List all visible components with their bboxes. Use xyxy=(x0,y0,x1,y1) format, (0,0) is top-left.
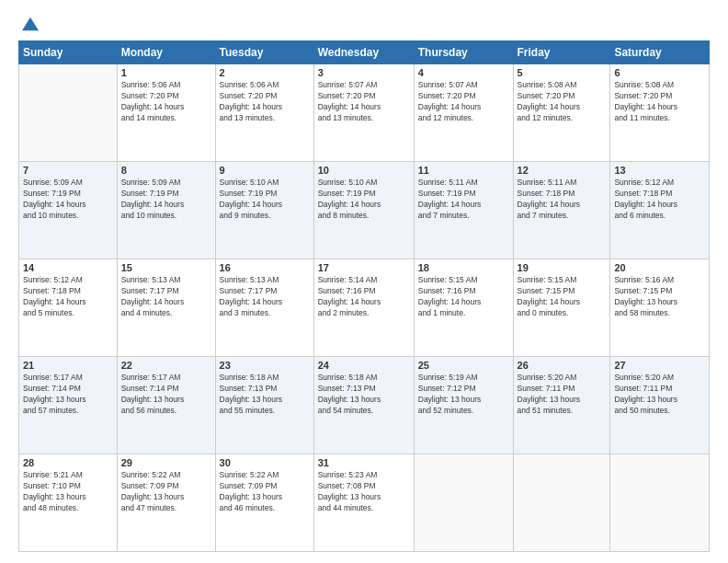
day-cell: 11Sunrise: 5:11 AM Sunset: 7:19 PM Dayli… xyxy=(414,162,513,259)
day-cell: 28Sunrise: 5:21 AM Sunset: 7:10 PM Dayli… xyxy=(19,454,118,552)
header-cell-monday: Monday xyxy=(117,41,215,64)
day-info: Sunrise: 5:12 AM Sunset: 7:18 PM Dayligh… xyxy=(614,178,705,222)
day-info: Sunrise: 5:09 AM Sunset: 7:19 PM Dayligh… xyxy=(23,178,113,222)
day-number: 17 xyxy=(318,262,410,273)
logo xyxy=(18,17,39,31)
day-number: 12 xyxy=(518,165,607,176)
day-number: 26 xyxy=(518,360,607,371)
calendar-header: SundayMondayTuesdayWednesdayThursdayFrid… xyxy=(19,41,710,64)
day-info: Sunrise: 5:22 AM Sunset: 7:09 PM Dayligh… xyxy=(121,470,211,514)
day-number: 22 xyxy=(121,360,211,371)
day-cell: 19Sunrise: 5:15 AM Sunset: 7:15 PM Dayli… xyxy=(513,259,610,357)
day-cell: 6Sunrise: 5:08 AM Sunset: 7:20 PM Daylig… xyxy=(610,64,710,162)
header-cell-thursday: Thursday xyxy=(414,41,513,64)
day-number: 9 xyxy=(220,165,310,176)
day-info: Sunrise: 5:07 AM Sunset: 7:20 PM Dayligh… xyxy=(318,80,410,124)
day-number: 7 xyxy=(23,165,113,176)
week-row-1: 1Sunrise: 5:06 AM Sunset: 7:20 PM Daylig… xyxy=(19,64,710,162)
logo-icon xyxy=(22,17,39,31)
week-row-2: 7Sunrise: 5:09 AM Sunset: 7:19 PM Daylig… xyxy=(19,162,710,259)
day-info: Sunrise: 5:11 AM Sunset: 7:18 PM Dayligh… xyxy=(518,178,607,222)
day-cell: 10Sunrise: 5:10 AM Sunset: 7:19 PM Dayli… xyxy=(313,162,414,259)
day-cell: 31Sunrise: 5:23 AM Sunset: 7:08 PM Dayli… xyxy=(313,454,414,552)
day-info: Sunrise: 5:17 AM Sunset: 7:14 PM Dayligh… xyxy=(121,373,211,417)
day-cell: 18Sunrise: 5:15 AM Sunset: 7:16 PM Dayli… xyxy=(414,259,513,357)
day-info: Sunrise: 5:15 AM Sunset: 7:15 PM Dayligh… xyxy=(518,275,607,319)
day-number: 1 xyxy=(121,67,211,78)
day-cell: 8Sunrise: 5:09 AM Sunset: 7:19 PM Daylig… xyxy=(117,162,215,259)
page: SundayMondayTuesdayWednesdayThursdayFrid… xyxy=(0,0,728,563)
day-cell xyxy=(513,454,610,552)
day-info: Sunrise: 5:07 AM Sunset: 7:20 PM Dayligh… xyxy=(418,80,509,124)
day-cell: 21Sunrise: 5:17 AM Sunset: 7:14 PM Dayli… xyxy=(19,357,118,454)
day-cell: 24Sunrise: 5:18 AM Sunset: 7:13 PM Dayli… xyxy=(313,357,414,454)
day-cell: 13Sunrise: 5:12 AM Sunset: 7:18 PM Dayli… xyxy=(610,162,710,259)
day-number: 18 xyxy=(418,262,509,273)
day-number: 31 xyxy=(318,457,410,468)
day-cell: 30Sunrise: 5:22 AM Sunset: 7:09 PM Dayli… xyxy=(215,454,313,552)
week-row-4: 21Sunrise: 5:17 AM Sunset: 7:14 PM Dayli… xyxy=(19,357,710,454)
day-cell: 17Sunrise: 5:14 AM Sunset: 7:16 PM Dayli… xyxy=(313,259,414,357)
day-info: Sunrise: 5:11 AM Sunset: 7:19 PM Dayligh… xyxy=(418,178,509,222)
day-info: Sunrise: 5:09 AM Sunset: 7:19 PM Dayligh… xyxy=(121,178,211,222)
calendar-body: 1Sunrise: 5:06 AM Sunset: 7:20 PM Daylig… xyxy=(19,64,710,552)
day-number: 28 xyxy=(23,457,113,468)
header-cell-saturday: Saturday xyxy=(610,41,710,64)
day-number: 3 xyxy=(318,67,410,78)
svg-marker-0 xyxy=(22,17,39,30)
day-number: 30 xyxy=(220,457,310,468)
day-number: 16 xyxy=(220,262,310,273)
day-number: 21 xyxy=(23,360,113,371)
week-row-3: 14Sunrise: 5:12 AM Sunset: 7:18 PM Dayli… xyxy=(19,259,710,357)
day-cell: 23Sunrise: 5:18 AM Sunset: 7:13 PM Dayli… xyxy=(215,357,313,454)
day-number: 4 xyxy=(418,67,509,78)
header-cell-sunday: Sunday xyxy=(19,41,118,64)
day-number: 8 xyxy=(121,165,211,176)
day-cell: 22Sunrise: 5:17 AM Sunset: 7:14 PM Dayli… xyxy=(117,357,215,454)
day-cell: 12Sunrise: 5:11 AM Sunset: 7:18 PM Dayli… xyxy=(513,162,610,259)
day-number: 6 xyxy=(614,67,705,78)
day-cell: 3Sunrise: 5:07 AM Sunset: 7:20 PM Daylig… xyxy=(313,64,414,162)
day-info: Sunrise: 5:13 AM Sunset: 7:17 PM Dayligh… xyxy=(220,275,310,319)
day-cell: 26Sunrise: 5:20 AM Sunset: 7:11 PM Dayli… xyxy=(513,357,610,454)
day-cell: 20Sunrise: 5:16 AM Sunset: 7:15 PM Dayli… xyxy=(610,259,710,357)
week-row-5: 28Sunrise: 5:21 AM Sunset: 7:10 PM Dayli… xyxy=(19,454,710,552)
day-cell: 15Sunrise: 5:13 AM Sunset: 7:17 PM Dayli… xyxy=(117,259,215,357)
day-cell: 29Sunrise: 5:22 AM Sunset: 7:09 PM Dayli… xyxy=(117,454,215,552)
day-cell: 14Sunrise: 5:12 AM Sunset: 7:18 PM Dayli… xyxy=(19,259,118,357)
day-number: 27 xyxy=(614,360,705,371)
day-info: Sunrise: 5:22 AM Sunset: 7:09 PM Dayligh… xyxy=(220,470,310,514)
day-number: 2 xyxy=(220,67,310,78)
day-cell: 27Sunrise: 5:20 AM Sunset: 7:11 PM Dayli… xyxy=(610,357,710,454)
day-number: 5 xyxy=(518,67,607,78)
day-info: Sunrise: 5:17 AM Sunset: 7:14 PM Dayligh… xyxy=(23,373,113,417)
day-info: Sunrise: 5:14 AM Sunset: 7:16 PM Dayligh… xyxy=(318,275,410,319)
header-cell-tuesday: Tuesday xyxy=(215,41,313,64)
day-number: 19 xyxy=(518,262,607,273)
day-info: Sunrise: 5:06 AM Sunset: 7:20 PM Dayligh… xyxy=(220,80,310,124)
day-info: Sunrise: 5:06 AM Sunset: 7:20 PM Dayligh… xyxy=(121,80,211,124)
day-number: 20 xyxy=(614,262,705,273)
day-info: Sunrise: 5:20 AM Sunset: 7:11 PM Dayligh… xyxy=(518,373,607,417)
day-info: Sunrise: 5:10 AM Sunset: 7:19 PM Dayligh… xyxy=(318,178,410,222)
day-number: 24 xyxy=(318,360,410,371)
day-cell: 9Sunrise: 5:10 AM Sunset: 7:19 PM Daylig… xyxy=(215,162,313,259)
day-info: Sunrise: 5:15 AM Sunset: 7:16 PM Dayligh… xyxy=(418,275,509,319)
day-info: Sunrise: 5:13 AM Sunset: 7:17 PM Dayligh… xyxy=(121,275,211,319)
header-cell-friday: Friday xyxy=(513,41,610,64)
logo-text xyxy=(18,17,39,31)
header-row: SundayMondayTuesdayWednesdayThursdayFrid… xyxy=(19,41,710,64)
day-info: Sunrise: 5:08 AM Sunset: 7:20 PM Dayligh… xyxy=(518,80,607,124)
day-number: 11 xyxy=(418,165,509,176)
day-cell: 1Sunrise: 5:06 AM Sunset: 7:20 PM Daylig… xyxy=(117,64,215,162)
day-number: 14 xyxy=(23,262,113,273)
header-cell-wednesday: Wednesday xyxy=(313,41,414,64)
day-cell: 4Sunrise: 5:07 AM Sunset: 7:20 PM Daylig… xyxy=(414,64,513,162)
day-cell: 2Sunrise: 5:06 AM Sunset: 7:20 PM Daylig… xyxy=(215,64,313,162)
day-info: Sunrise: 5:10 AM Sunset: 7:19 PM Dayligh… xyxy=(220,178,310,222)
day-number: 13 xyxy=(614,165,705,176)
day-number: 15 xyxy=(121,262,211,273)
day-cell: 25Sunrise: 5:19 AM Sunset: 7:12 PM Dayli… xyxy=(414,357,513,454)
day-number: 29 xyxy=(121,457,211,468)
day-cell xyxy=(19,64,118,162)
